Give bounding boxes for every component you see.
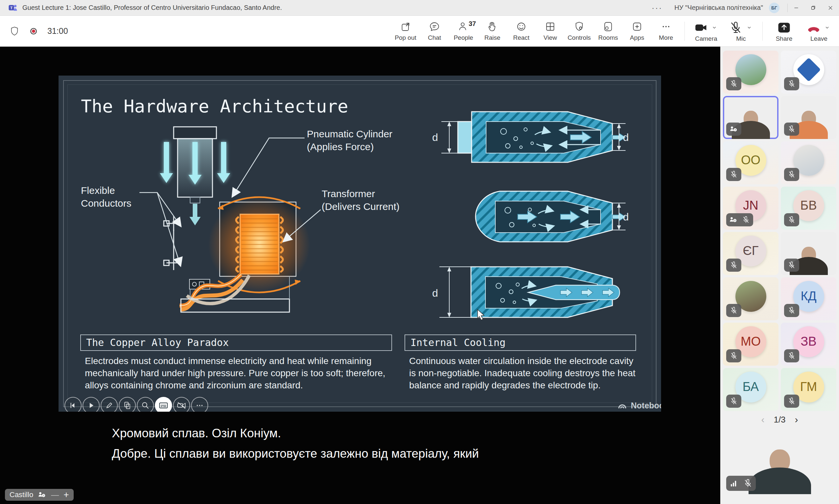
internal-cooling-body: Continuous water circulation inside the … bbox=[409, 355, 639, 391]
dimension-label-d3-left: d bbox=[432, 287, 438, 299]
gallery-prev-button[interactable]: ‹ bbox=[761, 414, 764, 425]
participant-status-badge bbox=[784, 213, 799, 227]
participant-tile-jn[interactable]: JN bbox=[723, 186, 778, 230]
internal-cooling-heading: Internal Cooling bbox=[405, 335, 636, 351]
mic-muted-icon bbox=[787, 261, 796, 269]
gallery-pagination: ‹ 1/3 › bbox=[720, 414, 839, 425]
presenter-name-pill[interactable]: Castillo — + bbox=[5, 489, 74, 501]
minimize-button[interactable] bbox=[788, 0, 805, 15]
label-flexible-conductors: FlexibleConductors bbox=[81, 184, 131, 210]
mouse-cursor bbox=[476, 309, 486, 320]
toolbar-button-react[interactable]: React bbox=[507, 21, 536, 41]
toolbar-button-camera[interactable]: Camera bbox=[689, 20, 723, 42]
subtitle-line: Хромовий сплав. Озіл Коніум. bbox=[112, 423, 479, 444]
toolbar-button-people[interactable]: 37 People bbox=[449, 21, 478, 41]
participant-status-badge bbox=[726, 349, 741, 362]
participant-status-badge bbox=[726, 168, 741, 181]
dimension-label-d1-left: d bbox=[432, 131, 438, 144]
restore-button[interactable] bbox=[805, 0, 822, 15]
minimize-icon bbox=[793, 4, 800, 12]
notebooklm-watermark: NotebookLM bbox=[617, 401, 661, 410]
toolbar-button-share[interactable]: Share bbox=[767, 20, 802, 42]
chevron-down-icon[interactable] bbox=[710, 24, 718, 32]
participant-tile-active-speaker[interactable] bbox=[723, 96, 778, 139]
people-q-icon bbox=[729, 216, 738, 224]
rooms-icon bbox=[602, 21, 614, 33]
chevron-down-icon[interactable] bbox=[823, 24, 831, 32]
participant-tile-mo[interactable]: МО bbox=[723, 323, 778, 366]
subtitle-line: Добре. Ці сплави ви використовуєте залеж… bbox=[112, 444, 479, 464]
toolbar-button-more[interactable]: More bbox=[652, 21, 681, 41]
player-pages-button bbox=[119, 397, 136, 412]
close-button[interactable] bbox=[822, 0, 839, 15]
signal-icon bbox=[729, 479, 739, 488]
people-q-icon bbox=[730, 125, 738, 133]
react-icon bbox=[515, 21, 527, 33]
participant-tile-photo-beard[interactable] bbox=[723, 277, 778, 320]
participant-tile-woman-orange-hoodie[interactable] bbox=[781, 96, 836, 139]
participant-status-badge bbox=[784, 77, 799, 90]
shared-screen-stage: The Hardware Architecture bbox=[0, 47, 720, 504]
apps-icon bbox=[631, 21, 643, 33]
copper-alloy-heading: The Copper Alloy Paradox bbox=[80, 335, 392, 351]
participant-tile-kd[interactable]: КД bbox=[781, 277, 836, 320]
previous-icon bbox=[67, 400, 79, 411]
toolbar-button-popout[interactable]: Pop out bbox=[391, 21, 420, 41]
player-more-button bbox=[191, 397, 208, 412]
teams-logo-icon bbox=[8, 3, 18, 13]
participant-status-badge bbox=[726, 258, 741, 272]
live-captions: Хромовий сплав. Озіл Коніум.Добре. Ці сп… bbox=[112, 423, 479, 464]
people-count-badge: 37 bbox=[469, 20, 476, 28]
participant-tile-zv[interactable]: ЗВ bbox=[781, 323, 836, 366]
toolbar-button-apps[interactable]: Apps bbox=[622, 21, 652, 41]
shield-icon[interactable] bbox=[9, 26, 20, 36]
participant-status-badge bbox=[726, 123, 741, 136]
player-play-button bbox=[83, 397, 100, 412]
player-previous-button bbox=[65, 397, 82, 412]
participant-tile-man-chalkboard[interactable] bbox=[781, 232, 836, 275]
player-zoom-button bbox=[137, 397, 154, 412]
zoom-in-button[interactable]: + bbox=[64, 489, 69, 500]
meeting-status: 31:00 bbox=[9, 26, 68, 36]
camera-icon bbox=[694, 21, 708, 35]
pen-icon bbox=[104, 400, 115, 411]
user-avatar-badge[interactable]: БГ bbox=[769, 3, 780, 13]
raise-icon bbox=[486, 21, 498, 33]
toolbar-button-mic[interactable]: Mic bbox=[723, 20, 758, 42]
participant-status-badge bbox=[784, 258, 799, 272]
mic-muted-icon bbox=[787, 125, 796, 133]
titlebar-overflow-menu[interactable]: ··· bbox=[652, 3, 663, 13]
toolbar-button-rooms[interactable]: Rooms bbox=[594, 21, 622, 41]
toolbar-devices: Camera Mic Share Leave bbox=[689, 20, 836, 42]
toolbar-button-controls[interactable]: Controls bbox=[565, 21, 594, 41]
mic-muted-icon bbox=[742, 216, 750, 224]
mic-muted-icon bbox=[730, 352, 738, 360]
participant-status-badge bbox=[726, 304, 741, 317]
participant-status-badge bbox=[784, 395, 799, 408]
copper-alloy-body: Electrodes must conduct immense electric… bbox=[85, 355, 396, 391]
participant-tile-photo-white-shirt[interactable] bbox=[781, 141, 836, 184]
participant-tile-gm[interactable]: ГМ bbox=[781, 368, 836, 411]
gallery-page-indicator: 1/3 bbox=[773, 415, 785, 425]
gallery-next-button[interactable]: › bbox=[795, 414, 798, 425]
participant-tile-yeh[interactable]: ЄГ bbox=[723, 232, 778, 275]
mic-muted-icon bbox=[730, 397, 738, 406]
meeting-timer: 31:00 bbox=[47, 26, 68, 36]
participant-tile-photo-landscape[interactable] bbox=[723, 51, 778, 94]
toolbar-button-raise[interactable]: Raise bbox=[478, 21, 507, 41]
toolbar-divider bbox=[684, 22, 685, 41]
presenter-video-tile[interactable] bbox=[723, 430, 836, 494]
label-transformer: Transformer(Delivers Current) bbox=[322, 187, 399, 213]
participant-tile-oo[interactable]: OO bbox=[723, 141, 778, 184]
toolbar-button-chat[interactable]: Chat bbox=[420, 21, 449, 41]
participant-tile-bv[interactable]: БВ bbox=[781, 186, 836, 230]
zoom-out-button[interactable]: — bbox=[51, 490, 59, 499]
participant-tile-logo-diamond[interactable] bbox=[781, 51, 836, 94]
toolbar-button-view[interactable]: View bbox=[536, 21, 565, 41]
participant-tile-ba[interactable]: БА bbox=[723, 368, 778, 411]
people-question-icon bbox=[38, 490, 46, 499]
chevron-down-icon[interactable] bbox=[745, 24, 753, 32]
toolbar-button-leave[interactable]: Leave bbox=[802, 20, 836, 42]
label-pneumatic-cylinder: Pneumatic Cylinder(Applies Force) bbox=[307, 127, 392, 153]
controls-icon bbox=[573, 21, 585, 33]
